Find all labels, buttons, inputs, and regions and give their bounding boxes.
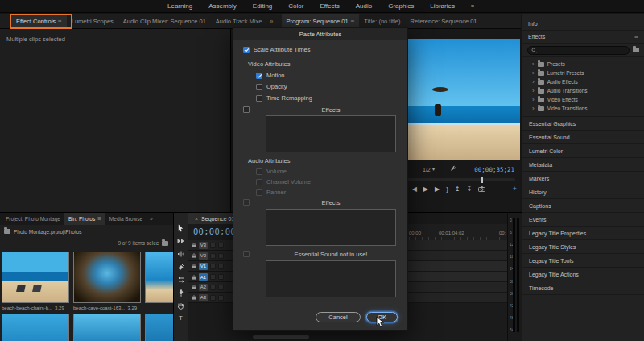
- panel-tab-legacy-title-styles[interactable]: Legacy Title Styles: [522, 240, 644, 254]
- monitor-playhead[interactable]: [481, 177, 483, 183]
- track-lock-toggle[interactable]: [218, 253, 224, 259]
- track-output-toggle[interactable]: [210, 253, 216, 259]
- export-frame-icon[interactable]: [478, 186, 485, 192]
- panel-menu-icon[interactable]: ≡: [634, 34, 638, 40]
- tab-overflow-icon[interactable]: »: [150, 216, 153, 222]
- workspace-overflow-icon[interactable]: »: [471, 2, 474, 10]
- volume-checkbox[interactable]: [256, 168, 262, 175]
- panel-menu-icon[interactable]: ≡: [97, 216, 101, 222]
- selection-tool[interactable]: [177, 224, 185, 232]
- workspace-audio[interactable]: Audio: [356, 2, 372, 10]
- track-lock-toggle[interactable]: [218, 243, 224, 248]
- lock-icon[interactable]: [192, 264, 196, 268]
- track-mute-toggle[interactable]: [210, 295, 216, 301]
- track-mute-toggle[interactable]: [210, 274, 216, 280]
- panel-tab-legacy-title-tools[interactable]: Legacy Title Tools: [522, 254, 644, 268]
- tab-project[interactable]: Project: Photo Montage: [2, 213, 64, 225]
- razor-tool[interactable]: [177, 263, 185, 271]
- tab-audio-track-mixer[interactable]: Audio Track Mixe: [211, 14, 267, 29]
- track-badge[interactable]: V3: [199, 242, 208, 249]
- essential-sound-list[interactable]: [266, 260, 396, 297]
- track-badge[interactable]: A2: [199, 284, 208, 291]
- video-effects-checkbox[interactable]: [243, 106, 250, 113]
- panel-tab-effects[interactable]: Effects ≡: [522, 31, 644, 44]
- ok-button[interactable]: OK: [366, 312, 398, 322]
- chevron-right-icon[interactable]: ›: [532, 79, 535, 85]
- track-select-forward-tool[interactable]: [177, 237, 185, 245]
- audio-effects-checkbox[interactable]: [243, 199, 250, 206]
- panel-tab-metadata[interactable]: Metadata: [522, 158, 644, 172]
- thumbnail-clipped[interactable]: [145, 314, 174, 341]
- panel-tab-history[interactable]: History: [522, 185, 644, 199]
- chevron-right-icon[interactable]: ›: [532, 106, 535, 112]
- thumbnail-beach-cave-coast[interactable]: [73, 252, 141, 303]
- thumbnail-clipped[interactable]: [2, 314, 69, 341]
- audio-effects-list[interactable]: [266, 209, 396, 246]
- time-remapping-checkbox[interactable]: [256, 95, 262, 102]
- pen-tool[interactable]: [177, 289, 185, 297]
- workspace-graphics[interactable]: Graphics: [388, 2, 414, 10]
- lock-icon[interactable]: [192, 285, 196, 289]
- thumbnail-beach-beach-chairs[interactable]: [2, 252, 69, 303]
- step-forward-icon[interactable]: ▶: [435, 185, 440, 193]
- tab-lumetri-scopes[interactable]: Lumetri Scopes: [67, 14, 118, 29]
- panner-checkbox[interactable]: [256, 189, 262, 196]
- track-badge[interactable]: A1: [199, 273, 208, 281]
- workspace-learning[interactable]: Learning: [167, 2, 192, 10]
- essential-sound-checkbox[interactable]: [243, 251, 250, 257]
- thumbnail-partial[interactable]: [145, 252, 174, 303]
- tab-audio-clip-mixer[interactable]: Audio Clip Mixer: Sequence 01: [118, 14, 211, 29]
- effects-search-input[interactable]: [539, 47, 625, 54]
- tab-effect-controls[interactable]: Effect Controls ≡: [11, 14, 67, 29]
- track-solo-toggle[interactable]: [218, 274, 224, 280]
- tree-item-video-effects[interactable]: › Video Effects: [522, 95, 644, 104]
- video-effects-list[interactable]: [266, 115, 396, 152]
- timeline-horizontal-scrollbar[interactable]: [253, 335, 309, 339]
- panel-tab-essential-sound[interactable]: Essential Sound: [522, 131, 644, 144]
- cancel-button[interactable]: Cancel: [316, 312, 361, 322]
- slip-tool[interactable]: [177, 276, 185, 284]
- chevron-right-icon[interactable]: ›: [532, 97, 535, 103]
- step-back-icon[interactable]: ◀: [412, 185, 417, 193]
- button-editor-icon[interactable]: +: [513, 185, 517, 193]
- hand-tool[interactable]: [177, 301, 185, 310]
- chevron-right-icon[interactable]: ›: [532, 88, 535, 94]
- workspace-assembly[interactable]: Assembly: [208, 2, 237, 10]
- tab-title[interactable]: Title: (no title): [359, 14, 405, 29]
- tab-bin-photos[interactable]: Bin: Photos ≡: [64, 213, 105, 225]
- panel-tab-legacy-title-properties[interactable]: Legacy Title Properties: [522, 227, 644, 240]
- chevron-right-icon[interactable]: ›: [532, 70, 535, 77]
- lock-icon[interactable]: [192, 295, 196, 300]
- workspace-libraries[interactable]: Libraries: [430, 2, 455, 10]
- track-output-toggle[interactable]: [210, 243, 216, 248]
- panel-tab-essential-graphics[interactable]: Essential Graphics: [522, 117, 644, 131]
- track-mute-toggle[interactable]: [210, 285, 216, 290]
- workspace-editing[interactable]: Editing: [253, 2, 272, 10]
- panel-tab-captions[interactable]: Captions: [522, 199, 644, 213]
- new-custom-bin-icon[interactable]: [633, 48, 639, 52]
- tab-overflow-icon[interactable]: »: [270, 18, 273, 25]
- panel-tab-events[interactable]: Events: [522, 213, 644, 227]
- monitor-settings-wrench-icon[interactable]: [450, 165, 456, 172]
- channel-volume-checkbox[interactable]: [256, 179, 262, 185]
- panel-menu-icon[interactable]: ≡: [351, 18, 355, 24]
- tree-item-lumetri-presets[interactable]: › Lumetri Presets: [522, 69, 644, 77]
- go-to-out-icon[interactable]: }: [446, 185, 448, 193]
- workspace-effects[interactable]: Effects: [320, 2, 339, 10]
- panel-tab-markers[interactable]: Markers: [522, 172, 644, 185]
- playback-resolution-dropdown[interactable]: 1/2 ▾: [423, 166, 435, 173]
- effects-search-box[interactable]: [527, 46, 630, 55]
- scale-attribute-times-checkbox[interactable]: [243, 47, 250, 53]
- track-badge[interactable]: V2: [199, 252, 208, 260]
- track-solo-toggle[interactable]: [218, 295, 224, 301]
- opacity-checkbox[interactable]: [256, 84, 262, 90]
- track-lock-toggle[interactable]: [218, 264, 224, 269]
- program-timecode[interactable]: 00;00;35;21: [474, 166, 514, 173]
- tab-media-browser[interactable]: Media Browse: [105, 213, 147, 225]
- type-tool[interactable]: T: [177, 314, 185, 322]
- lock-icon[interactable]: [192, 275, 196, 280]
- panel-tab-legacy-title-actions[interactable]: Legacy Title Actions: [522, 268, 644, 281]
- tree-item-audio-transitions[interactable]: › Audio Transitions: [522, 86, 644, 95]
- panel-tab-info[interactable]: Info: [522, 18, 644, 31]
- track-badge[interactable]: A3: [199, 294, 208, 301]
